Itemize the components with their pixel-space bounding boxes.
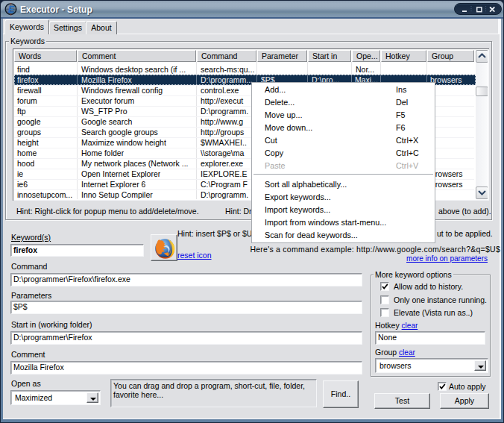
- svg-text:E: E: [8, 4, 15, 15]
